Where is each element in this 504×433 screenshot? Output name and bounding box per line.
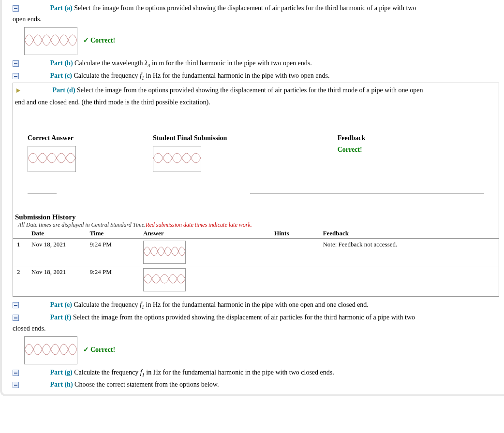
cell-num: 2 (13, 266, 28, 294)
cell-time: 9:24 PM (86, 239, 139, 266)
part-g-text: Calculate the frequency f1 in Hz for the… (74, 369, 334, 376)
wave-open-open-3rd-icon (24, 27, 77, 55)
part-a-label: Part (a) (50, 4, 73, 12)
feedback-table: Correct Answer Student Final Submission … (13, 132, 499, 174)
part-d-text: Select the image from the options provid… (77, 87, 423, 94)
part-d-cont: end and one closed end. (the third mode … (13, 97, 499, 108)
history-table: Date Time Answer Hints Feedback 1 Nov 18… (13, 229, 499, 293)
part-e-text: Calculate the frequency f1 in Hz for the… (74, 301, 368, 308)
collapse-icon[interactable] (13, 73, 19, 79)
wave-student-icon (153, 146, 201, 172)
cell-answer (139, 266, 270, 294)
col-answer: Answer (139, 229, 270, 239)
svg-rect-6 (14, 76, 17, 77)
collapse-icon[interactable] (13, 315, 19, 321)
svg-rect-9 (153, 146, 201, 170)
cell-date: Nov 18, 2021 (28, 266, 86, 294)
part-g-row: Part (g) Calculate the frequency f1 in H… (13, 367, 499, 379)
svg-rect-18 (14, 373, 17, 374)
part-b-text: Calculate the wavelength λ3 in m for the… (74, 59, 312, 67)
part-e-label: Part (e) (50, 301, 72, 308)
part-h-label: Part (h) (50, 381, 73, 388)
col-time: Time (86, 229, 139, 239)
part-f-row: Part (f) Select the image from the optio… (13, 312, 499, 322)
cell-answer (139, 239, 270, 266)
svg-marker-7 (16, 88, 20, 93)
part-e-row: Part (e) Calculate the frequency f1 in H… (13, 300, 499, 311)
expand-icon[interactable] (15, 87, 22, 94)
part-g-label: Part (g) (50, 369, 73, 376)
cell-feedback (319, 266, 499, 294)
col-correct-answer: Correct Answer (13, 132, 149, 144)
table-row: Correct! (13, 144, 499, 174)
part-f-label: Part (f) (50, 314, 72, 321)
svg-rect-20 (14, 385, 17, 386)
history-header-row: Date Time Answer Hints Feedback (13, 229, 499, 239)
collapse-icon[interactable] (13, 60, 19, 67)
cell-num: 1 (13, 239, 28, 266)
cell-feedback: Note: Feedback not accessed. (319, 239, 499, 266)
cell-time: 9:24 PM (86, 266, 139, 294)
part-d-panel: Part (d) Select the image from the optio… (13, 83, 499, 297)
col-feedback-h: Feedback (319, 229, 499, 239)
part-c-label: Part (c) (50, 72, 72, 79)
part-f-text: Select the image from the options provid… (73, 314, 415, 321)
cell-date: Nov 18, 2021 (28, 239, 86, 266)
part-a-text: Select the image from the options provid… (74, 4, 416, 12)
svg-rect-15 (14, 318, 17, 318)
svg-rect-13 (14, 305, 17, 306)
part-a-cont: open ends. (13, 14, 499, 24)
part-a-answer-row: ✓ Correct! (13, 25, 499, 57)
wave-answer-icon (143, 268, 186, 291)
part-a-status: ✓ Correct! (83, 37, 116, 44)
svg-rect-1 (14, 8, 17, 9)
col-hints: Hints (270, 229, 319, 239)
cell-hints (270, 239, 319, 266)
part-a-row: Part (a) Select the image from the optio… (13, 3, 499, 13)
wave-closed-closed-3rd-icon (24, 336, 77, 364)
collapse-icon[interactable] (13, 370, 19, 376)
part-c-row: Part (c) Calculate the frequency f1 in H… (13, 71, 499, 82)
cell-hints (270, 266, 319, 294)
part-h-row: Part (h) Choose the correct statement fr… (13, 379, 499, 390)
table-header-row: Correct Answer Student Final Submission … (13, 132, 499, 144)
history-title: Submission History (13, 213, 499, 221)
part-f-answer-row: ✓ Correct! (13, 334, 499, 366)
part-b-row: Part (b) Calculate the wavelength λ3 in … (13, 58, 499, 70)
part-b-label: Part (b) (50, 59, 73, 67)
col-student-submission: Student Final Submission (149, 132, 334, 144)
divider (28, 193, 484, 194)
col-date: Date (28, 229, 86, 239)
svg-rect-8 (28, 146, 75, 170)
part-c-text: Calculate the frequency f1 in Hz for the… (74, 72, 329, 79)
wave-correct-icon (28, 146, 76, 172)
wave-answer-icon (143, 241, 186, 264)
part-f-cont: closed ends. (13, 323, 499, 333)
svg-rect-4 (14, 63, 17, 64)
collapse-icon[interactable] (13, 302, 19, 308)
part-d-label: Part (d) (53, 87, 75, 94)
feedback-text: Correct! (338, 146, 362, 153)
collapse-icon[interactable] (13, 5, 19, 12)
part-f-status: ✓ Correct! (83, 346, 116, 353)
svg-rect-11 (144, 269, 185, 289)
collapse-icon[interactable] (13, 382, 19, 388)
col-feedback: Feedback (334, 132, 499, 144)
part-h-text: Choose the correct statement from the op… (74, 381, 219, 388)
table-row: 1 Nov 18, 2021 9:24 PM Note: Feedback no… (13, 239, 499, 266)
history-note: All Date times are displayed in Central … (13, 221, 499, 229)
table-row: 2 Nov 18, 2021 9:24 PM (13, 266, 499, 294)
